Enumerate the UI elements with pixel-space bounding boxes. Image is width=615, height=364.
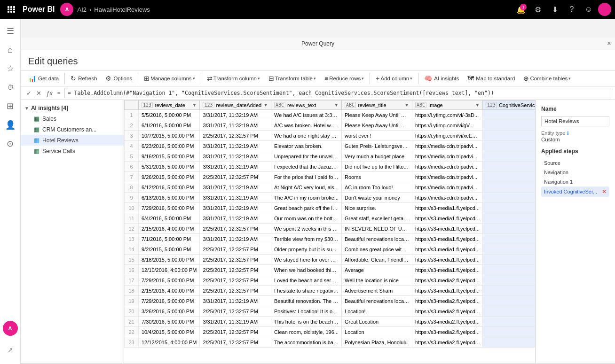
col-reviews-title[interactable]: ABC reviews_title ▼ bbox=[342, 101, 412, 110]
cell-image: https://media-cdn.tripadvi... bbox=[412, 151, 483, 162]
applied-step-item[interactable]: Source bbox=[541, 158, 609, 168]
manage-columns-button[interactable]: ⊞ Manage columns ▾ bbox=[140, 73, 199, 84]
options-icon: ⚙ bbox=[105, 75, 111, 82]
formula-check-button[interactable]: ✓ bbox=[24, 89, 33, 98]
query-item-hotel[interactable]: ▦ Hotel Reviews bbox=[21, 135, 124, 146]
cell-date: 7/30/2016, 5:00:00 PM bbox=[139, 317, 200, 327]
col-text-label: reviews_text bbox=[287, 102, 316, 108]
applied-step-item[interactable]: Invoked CognitiveSer...✕ bbox=[541, 186, 609, 197]
cell-score: 0.331 bbox=[483, 172, 535, 182]
formula-input[interactable] bbox=[64, 88, 611, 98]
breadcrumb-file: HawaiiHotelReviews bbox=[94, 6, 150, 13]
toolbar-divider-5 bbox=[418, 73, 418, 84]
table-row: 12 2/15/2016, 4:00:00 PM 2/25/2017, 12:3… bbox=[125, 224, 536, 234]
sidebar-workspaces-btn[interactable]: ⊙ bbox=[2, 135, 19, 152]
refresh-button[interactable]: ↻ Refresh bbox=[67, 73, 101, 84]
applied-step-item[interactable]: Navigation bbox=[541, 168, 609, 177]
notifications-button[interactable]: 🔔1 bbox=[513, 2, 528, 17]
get-data-button[interactable]: 📊 Get data bbox=[24, 73, 63, 84]
col-image-filter-icon[interactable]: ▼ bbox=[475, 102, 480, 108]
cell-title: Well the location is nice bbox=[342, 275, 412, 286]
cell-score: 0.565 bbox=[483, 193, 535, 203]
col-cognitive[interactable]: 123 CognitiveServices.... ▼ bbox=[483, 101, 535, 110]
cell-date: 6/12/2016, 5:00:00 PM bbox=[139, 182, 200, 193]
col-dateadded-filter-icon[interactable]: ▼ bbox=[263, 102, 268, 108]
cell-image: https://s3-media2.fl.yelpcd... bbox=[412, 296, 483, 306]
cell-text: Beautiful renovation. The h... bbox=[271, 296, 342, 306]
row-number: 2 bbox=[125, 120, 139, 131]
col-title-filter-icon[interactable]: ▼ bbox=[404, 102, 409, 108]
download-button[interactable]: ⬇ bbox=[547, 2, 562, 17]
cell-score: 0.3 bbox=[483, 131, 535, 141]
col-text-filter-icon[interactable]: ▼ bbox=[334, 102, 339, 108]
sidebar-apps-btn[interactable]: ⊞ bbox=[2, 98, 19, 115]
reduce-rows-button[interactable]: ≡ Reduce rows ▾ bbox=[321, 73, 368, 84]
cell-text: Clean room, old style, 196... bbox=[271, 327, 342, 337]
row-number: 17 bbox=[125, 275, 139, 286]
cell-dateadded: 3/31/2017, 11:32:19 AM bbox=[200, 162, 271, 172]
col-title-label: reviews_title bbox=[358, 102, 386, 108]
cell-image: https://s3-media1.fl.yelpcd... bbox=[412, 255, 483, 265]
sidebar-favorites-btn[interactable]: ☆ bbox=[2, 60, 19, 77]
row-number: 10 bbox=[125, 203, 139, 213]
sidebar-recent-btn[interactable]: ⏱ bbox=[2, 79, 19, 96]
table-row: 2 6/1/2016, 5:00:00 PM 3/31/2017, 11:32:… bbox=[125, 120, 536, 131]
close-button[interactable]: × bbox=[607, 39, 611, 48]
step-delete-icon[interactable]: ✕ bbox=[602, 188, 607, 195]
help-button[interactable]: ? bbox=[564, 2, 579, 17]
col-type-image-icon: ABC bbox=[415, 102, 426, 108]
svg-rect-7 bbox=[10, 11, 12, 13]
combine-tables-arrow: ▾ bbox=[568, 76, 571, 81]
cell-image: https://media-cdn.tripadvi... bbox=[412, 182, 483, 193]
cell-title: Location bbox=[342, 327, 412, 337]
add-column-button[interactable]: + Add column ▾ bbox=[372, 73, 416, 84]
map-to-standard-button[interactable]: 🗺 Map to standard bbox=[464, 73, 519, 84]
sidebar-home-btn[interactable]: ⌂ bbox=[2, 41, 19, 58]
name-input[interactable] bbox=[541, 116, 609, 126]
col-date-filter-icon[interactable]: ▼ bbox=[192, 102, 197, 108]
sidebar-menu-btn[interactable]: ☰ bbox=[2, 23, 19, 39]
ai-insights-button[interactable]: 🧠 AI insights bbox=[420, 73, 463, 84]
breadcrumb-sep1: › bbox=[89, 6, 91, 13]
sidebar-user-avatar[interactable]: A bbox=[3, 321, 18, 336]
query-item-crm[interactable]: ▦ CRM Customers an... bbox=[21, 124, 124, 135]
cell-date: 5/31/2016, 5:00:00 PM bbox=[139, 162, 200, 172]
transform-table-button[interactable]: ⊟ Transform table ▾ bbox=[265, 73, 320, 84]
combine-tables-button[interactable]: ⊕ Combine tables ▾ bbox=[520, 73, 575, 84]
settings-button[interactable]: ⚙ bbox=[530, 2, 545, 17]
cell-date: 10/4/2015, 5:00:00 PM bbox=[139, 327, 200, 337]
row-number: 15 bbox=[125, 255, 139, 265]
query-item-sales[interactable]: ▦ Sales bbox=[21, 113, 124, 124]
formula-cancel-button[interactable]: ✕ bbox=[34, 89, 43, 98]
emoji-button[interactable]: ☺ bbox=[581, 2, 596, 17]
sidebar-expand-btn[interactable]: ↗ bbox=[2, 341, 19, 358]
col-dateadded-label: reviews_dateAdded bbox=[216, 102, 262, 108]
cell-score: 0.667 bbox=[483, 224, 535, 234]
cell-score: 0.917 bbox=[483, 203, 535, 213]
transform-column-button[interactable]: ⇄ Transform column ▾ bbox=[203, 73, 264, 84]
cell-score: 0.577 bbox=[483, 306, 535, 317]
col-reviews-dateadded[interactable]: 123 reviews_dateAdded ▼ bbox=[200, 101, 271, 110]
col-image[interactable]: ABC Image ▼ bbox=[412, 101, 483, 110]
step-label: Source bbox=[544, 160, 560, 166]
col-type-dateadded-icon: 123 bbox=[203, 102, 214, 108]
options-button[interactable]: ⚙ Options bbox=[102, 73, 136, 84]
notification-badge: 1 bbox=[520, 4, 527, 10]
step-label: Invoked CognitiveSer... bbox=[544, 189, 597, 194]
hotel-table-icon: ▦ bbox=[34, 137, 39, 144]
col-reviews-text[interactable]: ABC reviews_text ▼ bbox=[271, 101, 342, 110]
col-reviews-date[interactable]: 123 reviews_date ▼ bbox=[139, 101, 200, 110]
data-grid-wrapper[interactable]: 123 reviews_date ▼ 123 reviews_dateAdded… bbox=[124, 100, 535, 363]
query-group-header[interactable]: ▼ AI insights [4] bbox=[21, 103, 124, 113]
cell-score: 0.309 bbox=[483, 151, 535, 162]
cell-date: 12/12/2015, 4:00:00 PM bbox=[139, 337, 200, 348]
applied-steps-heading: Applied steps bbox=[541, 148, 609, 155]
right-panel: Name Entity type ℹ Custom Applied steps … bbox=[535, 100, 615, 363]
applied-step-item[interactable]: Navigation 1 bbox=[541, 177, 609, 186]
sidebar-shared-btn[interactable]: 👤 bbox=[2, 116, 19, 133]
row-number: 14 bbox=[125, 244, 139, 255]
dialog-title: Power Query bbox=[301, 40, 334, 47]
user-avatar[interactable] bbox=[598, 3, 611, 16]
query-item-service[interactable]: ▦ Service Calls bbox=[21, 146, 124, 156]
grid-menu-button[interactable] bbox=[4, 2, 19, 17]
